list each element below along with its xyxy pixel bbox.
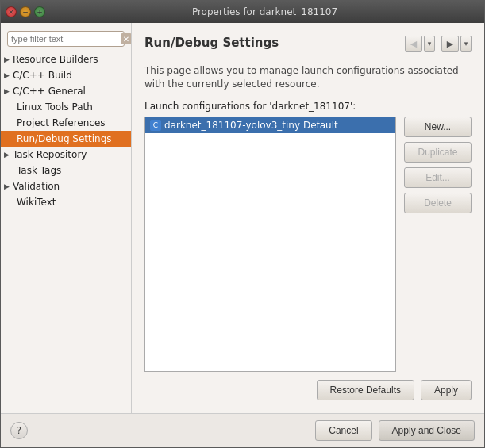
sidebar-item-label: Resource Builders [13, 54, 98, 65]
back-dropdown-button[interactable]: ▾ [424, 36, 435, 52]
expand-arrow-icon: ▶ [4, 87, 10, 95]
sidebar-item-task-tags[interactable]: Task Tags [1, 163, 131, 178]
forward-button[interactable]: ▶ [441, 36, 459, 52]
edit-button[interactable]: Edit... [404, 167, 472, 188]
sidebar-item-resource-builders[interactable]: ▶ Resource Builders [1, 52, 131, 67]
sidebar: ✕ ▶ Resource Builders ▶ C/C++ Build ▶ C/… [1, 23, 132, 413]
main-title: Run/Debug Settings [144, 36, 279, 50]
footer-buttons: Cancel Apply and Close [315, 420, 475, 441]
sidebar-item-wikitext[interactable]: WikiText [1, 194, 131, 210]
list-and-buttons: C darknet_181107-yolov3_tiny Default New… [144, 117, 472, 372]
launch-config-icon: C [150, 120, 161, 131]
main-header-row: Run/Debug Settings ◀ ▾ ▶ ▾ [144, 36, 472, 58]
sidebar-item-label: C/C++ General [13, 86, 86, 97]
window-controls: × − + [6, 6, 45, 17]
expand-arrow-icon: ▶ [4, 182, 10, 190]
filter-row: ✕ [1, 28, 131, 52]
titlebar: × − + Properties for darknet_181107 [1, 1, 484, 23]
sidebar-item-label: Run/Debug Settings [17, 133, 112, 144]
main-description: This page allows you to manage launch co… [144, 64, 472, 91]
launch-label: Launch configurations for 'darknet_18110… [144, 101, 472, 112]
cancel-button[interactable]: Cancel [315, 420, 371, 441]
properties-window: × − + Properties for darknet_181107 ✕ ▶ … [0, 0, 485, 448]
side-buttons: New... Duplicate Edit... Delete [404, 117, 472, 372]
sidebar-item-validation[interactable]: ▶ Validation [1, 178, 131, 194]
list-item-label: darknet_181107-yolov3_tiny Default [164, 120, 338, 131]
apply-button[interactable]: Apply [421, 380, 472, 400]
launch-list[interactable]: C darknet_181107-yolov3_tiny Default [144, 117, 396, 372]
sidebar-item-run-debug-settings[interactable]: Run/Debug Settings [1, 131, 131, 147]
nav-arrows: ◀ ▾ ▶ ▾ [405, 36, 472, 52]
sidebar-item-label: Validation [13, 181, 60, 192]
sidebar-item-cpp-build[interactable]: ▶ C/C++ Build [1, 67, 131, 83]
main-content: ✕ ▶ Resource Builders ▶ C/C++ Build ▶ C/… [1, 23, 484, 413]
footer-bar: ? Cancel Apply and Close [1, 413, 484, 447]
sidebar-item-label: Task Tags [17, 165, 61, 176]
back-button[interactable]: ◀ [405, 36, 422, 52]
delete-button[interactable]: Delete [404, 193, 472, 213]
panel-footer: Restore Defaults Apply [144, 372, 472, 400]
filter-clear-button[interactable]: ✕ [121, 33, 132, 44]
sidebar-item-label: Task Repository [13, 149, 87, 160]
minimize-button[interactable]: − [20, 6, 31, 17]
close-button[interactable]: × [6, 6, 17, 17]
sidebar-item-cpp-general[interactable]: ▶ C/C++ General [1, 83, 131, 99]
forward-dropdown-button[interactable]: ▾ [460, 36, 472, 52]
list-item[interactable]: C darknet_181107-yolov3_tiny Default [145, 117, 395, 133]
sidebar-item-task-repository[interactable]: ▶ Task Repository [1, 147, 131, 163]
apply-close-button[interactable]: Apply and Close [379, 420, 475, 441]
sidebar-item-project-references[interactable]: Project References [1, 115, 131, 131]
duplicate-button[interactable]: Duplicate [404, 142, 472, 163]
sidebar-item-label: Linux Tools Path [17, 101, 93, 113]
expand-arrow-icon: ▶ [4, 56, 10, 63]
help-button[interactable]: ? [10, 422, 28, 439]
sidebar-item-linux-tools-path[interactable]: Linux Tools Path [1, 99, 131, 115]
new-button[interactable]: New... [404, 117, 472, 137]
sidebar-item-label: WikiText [17, 197, 56, 208]
expand-arrow-icon: ▶ [4, 71, 10, 79]
main-panel: Run/Debug Settings ◀ ▾ ▶ ▾ This page all… [132, 23, 484, 413]
sidebar-item-label: C/C++ Build [13, 70, 72, 81]
expand-arrow-icon: ▶ [4, 151, 10, 159]
filter-input[interactable] [11, 34, 121, 44]
sidebar-item-label: Project References [17, 117, 106, 128]
restore-defaults-button[interactable]: Restore Defaults [317, 380, 414, 400]
window-title: Properties for darknet_181107 [50, 6, 479, 17]
maximize-button[interactable]: + [34, 6, 45, 17]
filter-input-wrap[interactable]: ✕ [7, 31, 125, 47]
